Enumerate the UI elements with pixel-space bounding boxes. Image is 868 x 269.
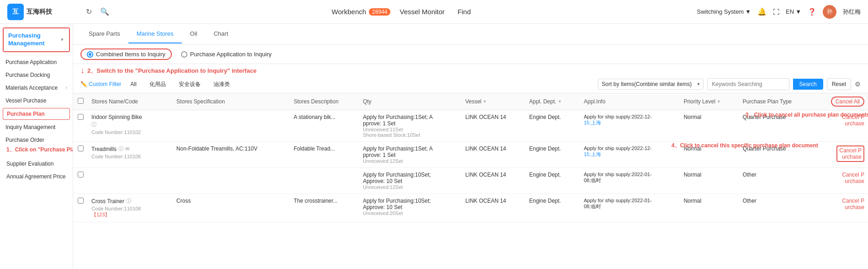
vessel-sort-icon: ▼: [483, 99, 487, 104]
vessel-monitor-link[interactable]: Vessel Monitor: [396, 8, 448, 16]
reset-button[interactable]: Reset: [827, 78, 851, 90]
filter-tag1[interactable]: 化用品: [146, 80, 170, 89]
row-desc: [290, 168, 359, 194]
tab-oil[interactable]: Oil: [182, 25, 206, 43]
row-desc: Foldable Tread...: [290, 142, 359, 168]
table-row: Apply for Purchasing:10Set; Approve: 10 …: [73, 168, 868, 194]
sidebar-item-purchase-docking[interactable]: Purchase Docking: [0, 69, 73, 81]
appl-link[interactable]: 15;上海: [584, 120, 601, 125]
sidebar-item-materials-acceptance[interactable]: Materials Acceptance ›: [0, 81, 73, 94]
row-spec: [173, 110, 290, 142]
sidebar-item-purchase-application[interactable]: Purchase Application: [0, 56, 73, 69]
row-spec: [173, 168, 290, 194]
user-avatar[interactable]: 孙: [823, 5, 836, 19]
filter-tag3[interactable]: 油漆类: [210, 80, 234, 89]
row-checkbox[interactable]: [78, 198, 84, 204]
search-icon[interactable]: 🔍: [100, 7, 109, 16]
dept-sort-icon: ▼: [558, 99, 562, 104]
row-appl: Apply for ship supply:2022-12- 15;上海: [580, 142, 680, 168]
info-icon[interactable]: ⓘ: [118, 145, 123, 152]
chevron-down-icon: ▼: [795, 8, 801, 15]
purchasing-management-header[interactable]: PurchasingManagement ▼: [4, 28, 69, 51]
main-layout: PurchasingManagement ▼ Purchase Applicat…: [0, 24, 868, 269]
tabs-bar: Spare Parts Marine Stores Oil Chart: [73, 24, 868, 45]
header-cancel-all: Cancel All 3、Click to cancel all purchas…: [814, 93, 868, 110]
lang-switcher[interactable]: EN ▼: [786, 8, 801, 15]
row-qty: Apply for Purchasing:1Set; A pprove: 1 S…: [359, 142, 462, 168]
row-plan-type: Other: [739, 194, 814, 222]
filter-all[interactable]: All: [127, 80, 140, 88]
tab-chart[interactable]: Chart: [205, 25, 236, 43]
cancel-purchase-button-4[interactable]: Cancel Purchase: [842, 198, 864, 210]
row-checkbox-cell: [73, 194, 88, 222]
cancel-purchase-button-2[interactable]: Cancel Purchase: [836, 145, 864, 162]
row-checkbox[interactable]: [78, 145, 84, 151]
sidebar-item-supplier-evaluation[interactable]: Supplier Evaluation: [0, 157, 73, 170]
row-desc: The crosstrainer...: [290, 194, 359, 222]
radio-combined-items[interactable]: Combined Items to Inquiry: [80, 48, 172, 60]
refresh-icon[interactable]: ↻: [86, 7, 92, 16]
step4-label: 4、Click to cancel this specific purchase…: [671, 142, 827, 150]
filter-right: Sort by Items(Combine similar items) Sea…: [598, 78, 861, 90]
row-cancel: Cancel Purchase 4、Click to cancel this s…: [814, 142, 868, 168]
logo-icon: 互: [7, 4, 24, 20]
row-appl: Apply for ship supply:2022-01- 08;临时: [580, 194, 680, 222]
search-button[interactable]: Search: [793, 79, 823, 90]
row-priority: Normal: [680, 110, 739, 142]
row-qty: Apply for Purchasing:10Set; Approve: 10 …: [359, 194, 462, 222]
bell-icon[interactable]: 🔔: [757, 7, 767, 16]
fullscreen-icon[interactable]: ⛶: [773, 8, 779, 16]
radio-row: Combined Items to Inquiry Purchase Appli…: [73, 45, 868, 64]
help-icon[interactable]: ❓: [808, 8, 816, 16]
item-code: Code Number:110108: [91, 206, 169, 211]
row-cancel: Cancel Purchase: [814, 194, 868, 222]
edit-icon: ✏️: [80, 81, 87, 87]
sidebar-item-annual-agreement[interactable]: Annual Agreement Price: [0, 170, 73, 183]
sidebar-item-inquiry-management[interactable]: Inquiry Management: [0, 121, 73, 134]
row-checkbox[interactable]: [78, 114, 84, 120]
header-stores-description: Stores Description: [290, 93, 359, 110]
nav-center: Workbench 28944 Vessel Monitor Find: [109, 8, 697, 16]
sidebar-item-vessel-purchase[interactable]: Vessel Purchase: [0, 94, 73, 107]
workbench-label: Workbench: [332, 8, 367, 16]
item-code: Code Number:110106: [91, 154, 169, 159]
row-dept: Engine Dept.: [526, 142, 580, 168]
chevron-down-icon: ▼: [745, 8, 751, 15]
row-dept: Engine Dept.: [526, 194, 580, 222]
keyword-input[interactable]: [707, 78, 789, 90]
radio-purchase-application[interactable]: Purchase Application to Inquiry: [181, 51, 272, 58]
top-nav: 互 互海科技 ↻ 🔍 Workbench 28944 Vessel Monito…: [0, 0, 868, 24]
settings-icon[interactable]: ⚙: [855, 81, 861, 88]
header-stores-name-code: Stores Name/Code: [88, 93, 173, 110]
tab-marine-stores[interactable]: Marine Stores: [128, 25, 182, 43]
info-icon[interactable]: ⓘ: [91, 121, 96, 128]
row-spec: Non-Foldable Treamills, AC:110V: [173, 142, 290, 168]
row-priority: Normal: [680, 194, 739, 222]
appl-link[interactable]: 15;上海: [584, 151, 601, 157]
find-link[interactable]: Find: [454, 8, 474, 16]
tab-spare-parts[interactable]: Spare Parts: [80, 25, 128, 43]
filter-tag2[interactable]: 安全设备: [175, 80, 204, 89]
row-checkbox-cell: [73, 110, 88, 142]
collapse-icon: ▼: [60, 37, 64, 42]
cancel-all-button[interactable]: Cancel All: [831, 97, 864, 107]
header-stores-specification: Stores Specification: [173, 93, 290, 110]
select-all-checkbox[interactable]: [78, 98, 84, 104]
header-purchase-plan-type: Purchase Plan Type: [739, 93, 814, 110]
logo-area: 互 互海科技: [7, 4, 80, 20]
sidebar-item-purchase-plan[interactable]: Purchase Plan: [3, 108, 70, 120]
step2-instruction: ↓ 2、Switch to the "Purchase Application …: [73, 64, 868, 75]
mail-icon: ✉: [125, 146, 129, 152]
header-priority-level: Priority Level ▼: [680, 93, 739, 110]
workbench-button[interactable]: Workbench 28944: [332, 8, 391, 16]
row-checkbox[interactable]: [78, 172, 84, 178]
sort-select[interactable]: Sort by Items(Combine similar items): [598, 79, 703, 90]
switching-system-btn[interactable]: Switching System ▼: [697, 8, 751, 15]
logo-text: 互海科技: [27, 8, 52, 16]
custom-filter-link[interactable]: ✏️ Custom Filter: [80, 81, 121, 87]
row-vessel: LINK OCEAN 14: [462, 194, 526, 222]
info-icon[interactable]: ⓘ: [126, 198, 131, 204]
cancel-purchase-button-3[interactable]: Cancel Purchase: [842, 172, 864, 184]
row-vessel: LINK OCEAN 14: [462, 142, 526, 168]
chevron-right-icon: ›: [66, 85, 67, 90]
